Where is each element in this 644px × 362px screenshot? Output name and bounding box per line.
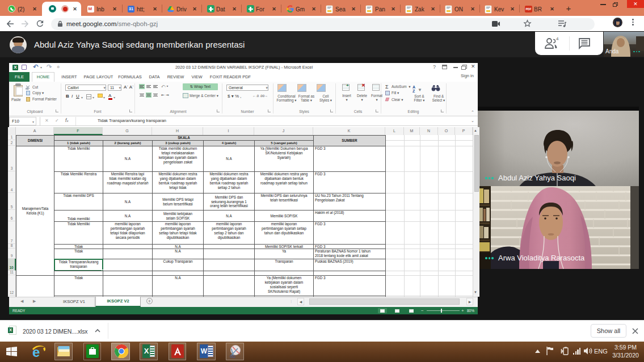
- svg-text:4: 4: [556, 37, 559, 41]
